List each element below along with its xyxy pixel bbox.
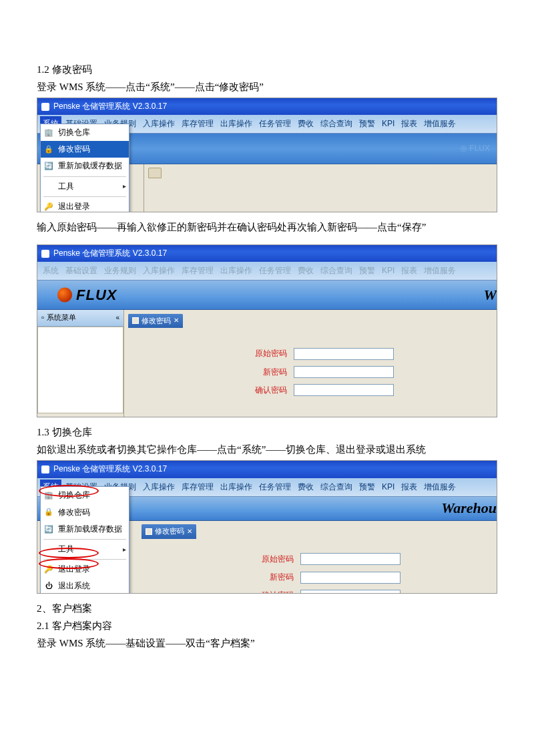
dropdown-logout[interactable]: 🔑退出登录	[41, 561, 129, 578]
exit-icon: ⏻	[43, 582, 54, 591]
menu-vas[interactable]: 增值服务	[421, 116, 459, 132]
menu-basic-settings[interactable]: 基础设置	[63, 263, 100, 278]
menu-outbound[interactable]: 出库操作	[218, 116, 255, 132]
menu-inventory[interactable]: 库存管理	[179, 116, 216, 132]
dropdown-change-password[interactable]: 🔒修改密码	[41, 141, 129, 158]
menu-query[interactable]: 综合查询	[318, 263, 355, 278]
menu-inbound[interactable]: 入库操作	[140, 263, 178, 278]
input-new-password[interactable]	[300, 572, 400, 584]
menu-reports[interactable]: 报表	[398, 480, 420, 495]
lock-icon: 🔒	[43, 508, 54, 517]
chevron-right-icon: ▸	[123, 181, 126, 192]
menu-reports[interactable]: 报表	[398, 116, 420, 132]
tabstrip-empty	[148, 168, 162, 178]
warehouse-icon: 🏢	[43, 128, 54, 138]
menu-inventory[interactable]: 库存管理	[179, 480, 216, 495]
window-title: Penske 仓储管理系统 V2.3.0.17	[53, 247, 167, 260]
dropdown-reload-cache[interactable]: 🔄重新加载缓存数据	[41, 158, 129, 174]
menu-alerts[interactable]: 预警	[356, 116, 378, 132]
section-title-2: 2、客户档案	[37, 600, 497, 616]
menu-outbound[interactable]: 出库操作	[218, 480, 255, 495]
menu-kpi[interactable]: KPI	[379, 116, 397, 132]
dropdown-tools[interactable]: 工具▸	[41, 541, 129, 558]
menu-tasks[interactable]: 任务管理	[256, 116, 294, 132]
menu-system[interactable]: 系统	[40, 263, 61, 278]
collapse-icon[interactable]: «	[115, 313, 119, 323]
menubar: 系统 基础设置 业务规则 入库操作 库存管理 出库操作 任务管理 费收 综合查询…	[37, 262, 497, 280]
menu-query[interactable]: 综合查询	[318, 480, 355, 495]
blank-icon	[43, 182, 54, 191]
menu-alerts[interactable]: 预警	[356, 480, 378, 495]
app-icon	[41, 250, 49, 258]
dropdown-separator	[43, 176, 126, 177]
menu-kpi[interactable]: KPI	[379, 263, 397, 278]
menu-fees[interactable]: 费收	[295, 480, 316, 495]
menu-fees[interactable]: 费收	[295, 263, 316, 278]
menu-reports[interactable]: 报表	[398, 263, 420, 278]
label-new-password: 新密码	[227, 366, 287, 379]
side-panel: ▫系统菜单«	[37, 310, 124, 417]
screenshot-2: Penske 仓储管理系统 V2.3.0.17 系统 基础设置 业务规则 入库操…	[37, 244, 497, 417]
dropdown-reload-cache[interactable]: 🔄重新加载缓存数据	[41, 521, 129, 538]
input-old-password[interactable]	[300, 553, 400, 565]
main-empty	[144, 164, 497, 212]
close-icon[interactable]: ✕	[187, 526, 192, 537]
menu-alerts[interactable]: 预警	[356, 263, 378, 278]
dropdown-logout[interactable]: 🔑退出登录	[41, 198, 129, 212]
menu-vas[interactable]: 增值服务	[421, 263, 459, 278]
menu-tasks[interactable]: 任务管理	[256, 480, 294, 495]
system-dropdown: 🏢切换仓库 🔒修改密码 🔄重新加载缓存数据 工具▸ 🔑退出登录 ⏻退出系统	[40, 486, 129, 594]
input-old-password[interactable]	[294, 348, 394, 360]
system-dropdown: 🏢切换仓库 🔒修改密码 🔄重新加载缓存数据 工具▸ 🔑退出登录 ⏻退出系统	[40, 124, 129, 212]
label-confirm-password: 确认密码	[234, 589, 294, 594]
label-new-password: 新密码	[234, 571, 294, 584]
tab-change-password[interactable]: 修改密码✕	[128, 314, 183, 329]
label-old-password: 原始密码	[234, 553, 294, 566]
dropdown-switch-warehouse[interactable]: 🏢切换仓库	[41, 487, 129, 504]
menu-inbound[interactable]: 入库操作	[140, 480, 178, 495]
section-title-1-2: 1.2 修改密码	[37, 61, 497, 77]
blank-icon	[43, 545, 54, 554]
flux-logo-icon	[57, 288, 72, 303]
section-title-2-1: 2.1 客户档案内容	[37, 618, 497, 634]
dropdown-exit[interactable]: ⏻退出系统	[41, 578, 129, 594]
menu-vas[interactable]: 增值服务	[421, 480, 459, 495]
logout-icon: 🔑	[43, 202, 54, 211]
section-step-1-2-b: 输入原始密码——再输入欲修正的新密码并在确认密码处再次输入新密码——点击“保存”	[37, 219, 497, 235]
app-icon	[41, 465, 49, 474]
dropdown-separator	[43, 539, 126, 540]
window-titlebar: Penske 仓储管理系统 V2.3.0.17	[37, 245, 497, 262]
app-icon	[41, 103, 49, 111]
main-panel: 修改密码✕ 原始密码 新密码 确认密码	[124, 310, 497, 417]
client-area: ▫系统菜单« 修改密码✕ 原始密码 新密码 确认密码	[37, 310, 497, 417]
tabstrip: 修改密码✕	[142, 524, 196, 539]
logo-text: FLUX	[76, 283, 117, 307]
dropdown-switch-warehouse[interactable]: 🏢切换仓库	[41, 124, 129, 141]
menu-query[interactable]: 综合查询	[318, 116, 355, 132]
tab-change-password[interactable]: 修改密码✕	[142, 524, 196, 539]
dropdown-change-password[interactable]: 🔒修改密码	[41, 504, 129, 521]
logo: FLUX	[57, 283, 117, 307]
panel-icon: ▫	[41, 312, 44, 324]
menu-fees[interactable]: 费收	[295, 116, 316, 132]
section-step-2-1-a: 登录 WMS 系统——基础设置——双击“客户档案”	[37, 635, 497, 651]
dropdown-separator	[43, 196, 126, 197]
refresh-icon: 🔄	[43, 524, 54, 534]
input-confirm-password[interactable]	[294, 384, 394, 396]
menu-kpi[interactable]: KPI	[379, 480, 397, 495]
main-panel: 修改密码✕ 原始密码 新密码 确认密码	[138, 521, 497, 594]
close-icon[interactable]: ✕	[174, 315, 179, 326]
screenshot-1: Penske 仓储管理系统 V2.3.0.17 系统 基础设置 业务规则 入库操…	[37, 98, 497, 212]
logout-icon: 🔑	[43, 565, 54, 574]
window-title: Penske 仓储管理系统 V2.3.0.17	[53, 100, 167, 113]
dropdown-tools[interactable]: 工具▸	[41, 178, 129, 195]
menu-tasks[interactable]: 任务管理	[256, 263, 294, 278]
input-confirm-password[interactable]	[300, 590, 400, 594]
section-step-1-3-a: 如欲退出系统或者切换其它操作仓库——点击“系统”——切换仓库、退出登录或退出系统	[37, 441, 497, 457]
menu-biz-rules[interactable]: 业务规则	[101, 263, 139, 278]
menu-outbound[interactable]: 出库操作	[218, 263, 255, 278]
chevron-right-icon: ▸	[123, 544, 126, 555]
menu-inbound[interactable]: 入库操作	[140, 116, 178, 132]
input-new-password[interactable]	[294, 366, 394, 378]
menu-inventory[interactable]: 库存管理	[179, 263, 216, 278]
